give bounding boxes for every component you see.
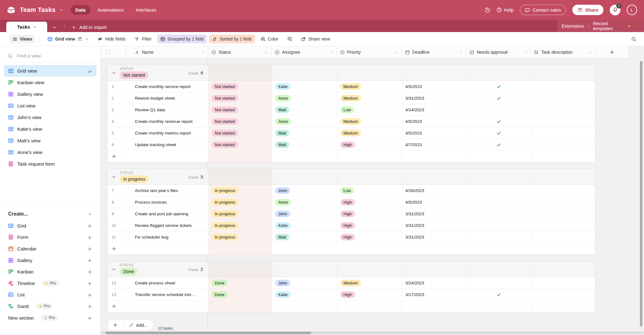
table-list-chevron-down-icon[interactable] [52, 25, 57, 30]
add-record-row[interactable] [108, 300, 595, 312]
cell-task-description[interactable] [531, 277, 595, 288]
plus-icon[interactable] [87, 223, 92, 229]
cell-priority[interactable]: Low [337, 104, 402, 115]
extensions-button[interactable]: Extensions [557, 24, 588, 29]
cell-priority[interactable]: High [337, 208, 402, 219]
cell-needs-approval[interactable] [467, 81, 531, 92]
help-button[interactable]: Help [497, 7, 514, 13]
notifications-button[interactable]: 1 [610, 5, 620, 15]
cell-needs-approval[interactable] [467, 92, 531, 104]
add-with-ai-button[interactable]: Add... [123, 320, 153, 331]
cell-priority[interactable]: High [337, 289, 402, 300]
cell-task-description[interactable] [531, 116, 595, 127]
hide-fields-button[interactable]: Hide fields [94, 35, 129, 43]
collapse-group-button[interactable] [112, 266, 116, 272]
create-form-button[interactable]: Form [4, 232, 97, 243]
cell-status[interactable]: In progress [208, 208, 272, 219]
topnav-automations[interactable]: Automations [92, 5, 129, 15]
plus-icon[interactable] [87, 234, 92, 240]
cell-task-description[interactable] [531, 92, 595, 104]
cell-name[interactable]: Archive last year's files [126, 185, 208, 196]
find-view-input[interactable] [17, 53, 80, 58]
vertical-scrollbar-thumb[interactable] [640, 61, 642, 327]
plus-icon[interactable] [87, 246, 92, 252]
column-header-assignee[interactable]: Assignee [272, 46, 337, 58]
app-title-chevron-down-icon[interactable] [59, 8, 64, 12]
sidebar-view-kanban-view[interactable]: Kanban view [4, 77, 97, 88]
cell-status[interactable]: Not started [208, 104, 272, 115]
cell-deadline[interactable]: 3/31/2023 [402, 231, 467, 243]
cell-task-description[interactable] [531, 289, 595, 300]
sidebar-view-katie-s-view[interactable]: Katie's view [4, 123, 97, 135]
create-grid-button[interactable]: Grid [4, 220, 97, 232]
cell-needs-approval[interactable] [467, 139, 531, 150]
create-gantt-button[interactable]: GanttPro [4, 300, 97, 312]
cell-task-description[interactable] [531, 185, 595, 196]
sidebar-view-list-view[interactable]: List view [4, 100, 97, 112]
cell-name[interactable]: Create process sheet [126, 277, 208, 288]
plus-icon[interactable] [87, 281, 92, 286]
column-header-priority[interactable]: Priority [337, 46, 402, 58]
new-section-button[interactable]: New sectionPro [4, 312, 97, 324]
cell-deadline[interactable]: 3/24/2023 [402, 277, 467, 288]
cell-task-description[interactable] [531, 208, 595, 219]
group-value-pill[interactable]: Not started [120, 71, 148, 79]
filter-button[interactable]: Filter [131, 35, 155, 43]
horizontal-scrollbar[interactable] [101, 332, 644, 334]
sidebar-view-gallery-view[interactable]: Gallery view [4, 88, 97, 100]
cell-name[interactable]: Rework budget sheet [126, 92, 208, 104]
cell-status[interactable]: Not started [208, 127, 272, 139]
sort-button[interactable]: Sorted by 1 field [209, 35, 254, 43]
collapse-group-button[interactable] [112, 174, 116, 180]
cell-assignee[interactable]: Matt [272, 104, 337, 115]
cell-deadline[interactable]: 4/28/2023 [402, 185, 467, 196]
cell-status[interactable]: Not started [208, 139, 272, 150]
cell-name[interactable]: Review Q1 data [126, 104, 208, 115]
cell-needs-approval[interactable] [467, 220, 531, 231]
avatar[interactable]: L [627, 5, 637, 15]
plus-icon[interactable] [87, 315, 92, 321]
column-header-deadline[interactable]: Deadline [402, 46, 466, 58]
cell-needs-approval[interactable] [467, 116, 531, 127]
cell-name[interactable]: Create monthly revenue report [126, 116, 208, 127]
cell-status[interactable]: Done [208, 277, 272, 288]
cell-deadline[interactable]: 4/5/2023 [402, 196, 467, 208]
cell-task-description[interactable] [531, 220, 595, 231]
cell-priority[interactable]: Medium [337, 127, 402, 139]
create-list-button[interactable]: List [4, 289, 97, 301]
row-height-button[interactable] [284, 35, 295, 43]
cell-deadline[interactable]: 3/31/2023 [402, 208, 467, 219]
cell-priority[interactable]: Medium [337, 92, 402, 104]
cell-task-description[interactable] [531, 127, 595, 139]
cell-task-description[interactable] [531, 231, 595, 243]
cell-name[interactable]: Create monthly metrics report [126, 127, 208, 139]
add-record-row[interactable] [108, 243, 595, 255]
sidebar-view-anne-s-view[interactable]: Anne's view [4, 146, 97, 158]
cell-task-description[interactable] [531, 196, 595, 208]
cell-assignee[interactable]: Anne [272, 196, 337, 208]
column-header-task-description[interactable]: Task description [531, 46, 595, 58]
cell-deadline[interactable]: 4/7/2023 [402, 139, 467, 150]
cell-name[interactable]: Update tracking sheet [126, 139, 208, 150]
collapse-group-button[interactable] [112, 70, 116, 76]
cell-name[interactable]: Fix scheduler bug [126, 231, 208, 243]
cell-name[interactable]: Process invoices [126, 196, 208, 208]
cell-task-description[interactable] [531, 104, 595, 115]
cell-assignee[interactable]: John [272, 185, 337, 196]
cell-assignee[interactable]: Matt [272, 127, 337, 139]
column-header-status[interactable]: Status [208, 46, 272, 58]
cell-needs-approval[interactable] [467, 289, 531, 300]
sidebar-view-john-s-view[interactable]: John's view [4, 112, 97, 123]
cell-priority[interactable]: High [337, 139, 402, 150]
topnav-data[interactable]: Data [70, 5, 91, 15]
cell-assignee[interactable]: Matt [272, 231, 337, 243]
cell-status[interactable]: Not started [208, 116, 272, 127]
select-all-checkbox[interactable] [106, 50, 110, 54]
cell-deadline[interactable]: 4/5/2023 [402, 116, 467, 127]
sidebar-view-matt-s-view[interactable]: Matt's view [4, 135, 97, 146]
cell-deadline[interactable]: 3/17/2023 [402, 289, 467, 300]
cell-assignee[interactable]: Matt [272, 139, 337, 150]
create-timeline-button[interactable]: TimelinePro [4, 277, 97, 289]
cell-needs-approval[interactable] [467, 185, 531, 196]
cell-status[interactable]: Not started [208, 92, 272, 104]
